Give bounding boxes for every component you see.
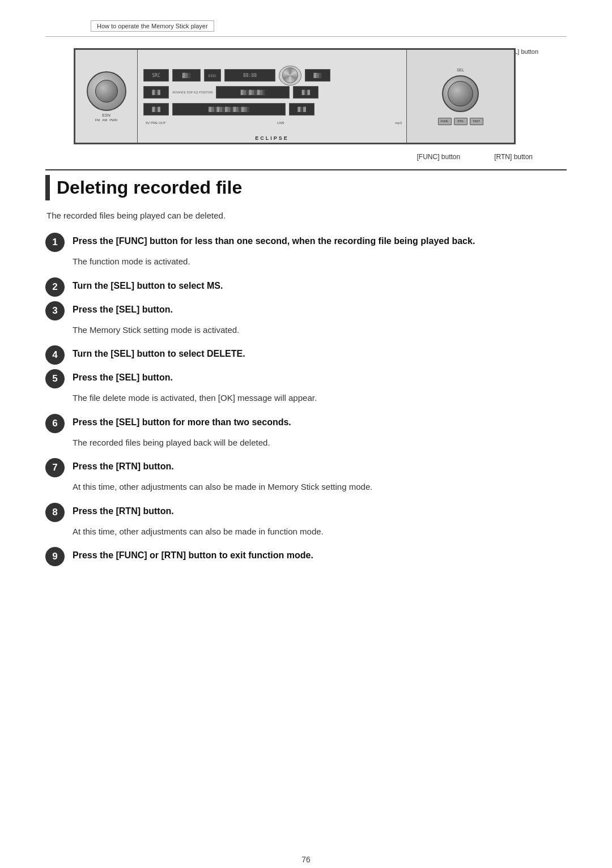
device-illustration: MUTE DISC E-COM OPEN E-COM ESN <box>74 48 516 144</box>
sel-knob-group: SEL FUNC RTN TAST <box>438 68 483 125</box>
step-7-note: At this time, other adjustments can also… <box>73 481 567 494</box>
intro-text: The recorded files being played can be d… <box>46 211 567 220</box>
step-1-note: The function mode is activated. <box>73 255 567 268</box>
am-label: AM <box>102 118 107 122</box>
step-1: 1 Press the [FUNC] button for less than … <box>45 232 567 276</box>
dsp-label: DSP <box>187 91 193 94</box>
step-7: 7 Press the [RTN] button. At this time, … <box>45 457 567 502</box>
display-disc: DISC <box>204 69 221 82</box>
fm-label: FM <box>95 118 100 122</box>
steps-container: 1 Press the [FUNC] button for less than … <box>45 232 567 570</box>
pwr-label: PWR <box>109 118 117 122</box>
display-row-2: ▓░▓ ADVANCE DSP EQ POSITION ▓▒░▓▒░▓▒░ ▓░… <box>143 85 404 100</box>
step-8-note: At this time, other adjustments can also… <box>73 525 567 538</box>
step-7-text: Press the [RTN] button. <box>73 457 174 473</box>
esn-label: ESN <box>102 113 110 117</box>
display-right-3: ▓░▓ <box>289 103 314 116</box>
step-1-badge: 1 <box>45 233 65 252</box>
step-9-badge: 9 <box>45 547 65 566</box>
page-container: How to operate the Memory Stick player [… <box>0 10 612 868</box>
device-image-section: [SEL] button MUTE DISC E-COM OPEN E-COM <box>74 48 538 161</box>
step-5-badge: 5 <box>45 369 65 388</box>
step-3: 3 Press the [SEL] button. The Memory Sti… <box>45 300 567 345</box>
step-4-row: 4 Turn the [SEL] button to select DELETE… <box>45 344 567 365</box>
rtn-button-label: [RTN] button <box>494 153 533 161</box>
step-2-row: 2 Turn the [SEL] button to select MS. <box>45 276 567 297</box>
display-left-2: ▓░▓ <box>143 86 169 99</box>
step-4-text: Turn the [SEL] button to select DELETE. <box>73 344 245 360</box>
step-9-text: Press the [FUNC] or [RTN] button to exit… <box>73 546 313 562</box>
volt-label: 5V PRE OUT <box>146 121 166 125</box>
step-4: 4 Turn the [SEL] button to select DELETE… <box>45 344 567 368</box>
step-5-row: 5 Press the [SEL] button. <box>45 368 567 388</box>
display-row-3: ▓░▓ ▓▒░▓▒░▓▒░▓▒░▓▒░ ▓░▓ <box>143 102 404 117</box>
step-8-text: Press the [RTN] button. <box>73 502 174 518</box>
step-5-note: The file delete mode is activated, then … <box>73 392 567 405</box>
page-number: 76 <box>301 855 311 864</box>
step-4-badge: 4 <box>45 345 65 365</box>
bottom-display-row: 5V PRE OUT USB mp3 <box>143 121 404 125</box>
section-divider <box>45 169 567 175</box>
step-6-badge: 6 <box>45 414 65 433</box>
display-time: 88:88 <box>224 69 275 82</box>
sel-knob-inner <box>448 81 473 106</box>
step-3-note: The Memory Stick setting mode is activat… <box>73 324 567 337</box>
mode-labels: ADVANCE DSP EQ POSITION <box>172 91 212 94</box>
step-8-row: 8 Press the [RTN] button. <box>45 502 567 522</box>
left-knob <box>87 71 126 111</box>
advance-label: ADVANCE <box>172 91 186 94</box>
step-6-note: The recorded files being played back wil… <box>73 437 567 450</box>
display-wide-3: ▓▒░▓▒░▓▒░▓▒░▓▒░ <box>172 103 286 116</box>
step-9-row: 9 Press the [FUNC] or [RTN] button to ex… <box>45 546 567 566</box>
step-9: 9 Press the [FUNC] or [RTN] button to ex… <box>45 546 567 570</box>
step-8-badge: 8 <box>45 503 65 522</box>
step-2: 2 Turn the [SEL] button to select MS. <box>45 276 567 300</box>
rtn-btn: RTN <box>454 118 468 125</box>
bottom-left-labels: FM AM PWR <box>95 118 118 122</box>
display-row-1: SRC ▓▒░ DISC 88:88 ▓▒░ <box>143 68 404 83</box>
func-button-label: [FUNC] button <box>416 153 460 161</box>
display-right-1: ▓▒░ <box>305 69 330 82</box>
fan-inner <box>282 67 298 83</box>
bottom-right-btns: FUNC RTN TAST <box>438 118 483 125</box>
display-wide-2: ▓▒░▓▒░▓▒░ <box>216 86 290 99</box>
display-icons: ▓▒░ <box>172 69 201 82</box>
section-title: Deleting recorded file <box>57 177 242 198</box>
bottom-device-labels: [FUNC] button [RTN] button <box>74 153 533 161</box>
left-knob-inner <box>95 80 118 102</box>
step-2-text: Turn the [SEL] button to select MS. <box>73 276 223 292</box>
section-heading: Deleting recorded file <box>45 175 567 200</box>
step-8: 8 Press the [RTN] button. At this time, … <box>45 502 567 546</box>
step-3-row: 3 Press the [SEL] button. <box>45 300 567 320</box>
sel-label-on-device: SEL <box>457 68 464 72</box>
step-7-row: 7 Press the [RTN] button. <box>45 457 567 477</box>
step-5-text: Press the [SEL] button. <box>73 368 173 384</box>
step-5: 5 Press the [SEL] button. The file delet… <box>45 368 567 413</box>
mp3-label: mp3 <box>395 121 402 125</box>
display-right-2: ▓░▓ <box>293 86 318 99</box>
esn-text: ESN <box>102 113 110 117</box>
device-left-panel: ESN FM AM PWR <box>75 50 138 143</box>
usb-label: USB <box>277 121 284 125</box>
step-3-text: Press the [SEL] button. <box>73 300 173 316</box>
step-2-badge: 2 <box>45 277 65 297</box>
func-btn: FUNC <box>438 118 452 125</box>
display-left-3: ▓░▓ <box>143 103 169 116</box>
section-heading-bar <box>45 175 50 200</box>
display-src: SRC <box>143 69 169 82</box>
fan-display <box>279 66 301 85</box>
device-right-panel: SEL FUNC RTN TAST <box>406 50 514 143</box>
sel-knob <box>442 75 479 112</box>
step-6-row: 6 Press the [SEL] button for more than t… <box>45 413 567 433</box>
device-center-panel: SRC ▓▒░ DISC 88:88 ▓▒░ ▓░▓ <box>138 50 410 143</box>
tast-btn: TAST <box>470 118 483 125</box>
step-1-row: 1 Press the [FUNC] button for less than … <box>45 232 567 252</box>
brand-name: ECLIPSE <box>138 135 406 141</box>
eq-label: EQ <box>194 91 198 94</box>
step-6: 6 Press the [SEL] button for more than t… <box>45 413 567 457</box>
step-6-text: Press the [SEL] button for more than two… <box>73 413 291 429</box>
step-7-badge: 7 <box>45 458 65 477</box>
step-3-badge: 3 <box>45 301 65 320</box>
step-1-text: Press the [FUNC] button for less than on… <box>73 232 475 247</box>
position-label: POSITION <box>199 91 212 94</box>
